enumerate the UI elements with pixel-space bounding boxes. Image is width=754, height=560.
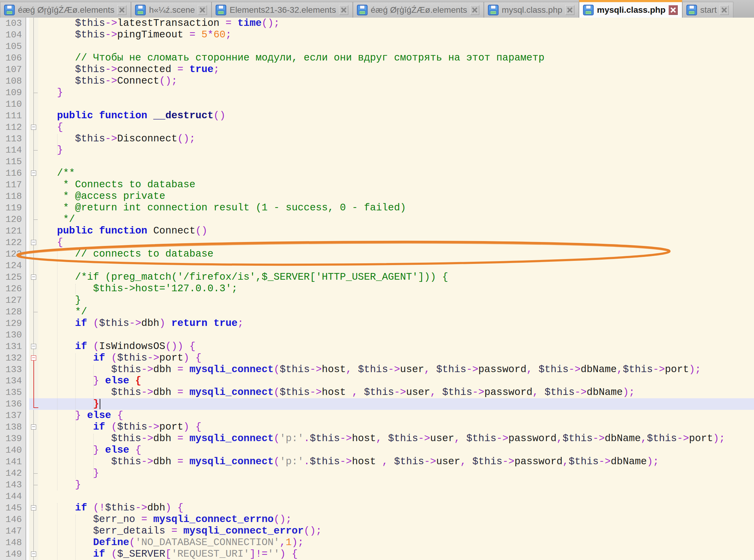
fold-toggle-box[interactable]	[31, 344, 36, 349]
code-token: )	[165, 502, 171, 514]
tab-close-button[interactable]	[470, 5, 479, 15]
code-line-118[interactable]: * @access private	[39, 191, 165, 202]
code-token: ->	[147, 421, 160, 433]
code-token: mysqli_connect	[189, 387, 273, 398]
code-line-119[interactable]: * @return int connection result (1 - suc…	[39, 202, 406, 214]
code-token: ,	[563, 456, 569, 467]
code-token: ->	[388, 364, 400, 375]
fold-toggle-box[interactable]	[31, 552, 36, 557]
line-number: 110	[0, 99, 22, 110]
fold-toggle-box[interactable]	[31, 505, 36, 511]
code-line-122[interactable]: {	[39, 237, 63, 248]
line-number: 108	[0, 75, 22, 87]
code-line-109[interactable]: }	[39, 87, 63, 99]
code-line-106[interactable]: // Чтобы не сломать сторонние модули, ес…	[39, 52, 544, 64]
code-line-149[interactable]: if ($_SERVER['REQUEST_URI']!='') {	[39, 548, 298, 560]
code-token	[129, 375, 135, 386]
code-token	[183, 456, 189, 467]
code-line-146[interactable]: $err_no = mysqli_connect_errno();	[39, 514, 292, 525]
code-token	[39, 75, 75, 87]
tab-active-5[interactable]: mysqli.class.php	[579, 0, 682, 18]
code-token: $this	[545, 387, 575, 398]
code-token: $this	[111, 387, 141, 398]
fold-toggle-box[interactable]	[31, 424, 36, 429]
code-token: $this	[75, 133, 105, 144]
code-line-129[interactable]: if ($this->dbh) return true;	[39, 318, 243, 329]
code-line-148[interactable]: Define('NO_DATABASE_CONNECTION',1);	[39, 537, 304, 548]
code-line-137[interactable]: } else {	[39, 410, 123, 421]
fold-toggle-box[interactable]	[31, 171, 36, 176]
code-line-114[interactable]: }	[39, 144, 63, 156]
code-token: time	[238, 18, 262, 29]
close-x-icon	[119, 7, 125, 13]
code-token: $this	[310, 433, 340, 444]
code-line-123[interactable]: // connects to database	[39, 248, 213, 260]
code-line-104[interactable]: $this->pingTimeout = 5*60;	[39, 29, 231, 41]
code-line-126[interactable]: $this->host='127.0.0.3';	[39, 283, 238, 295]
fold-toggle-box[interactable]	[31, 355, 36, 361]
code-line-133[interactable]: $this->dbh = mysqli_connect($this->host,…	[39, 364, 701, 376]
code-token: ->	[105, 18, 117, 29]
fold-toggle-box[interactable]	[31, 125, 36, 130]
tab-close-button[interactable]	[669, 5, 678, 15]
code-line-107[interactable]: $this->connected = true;	[39, 64, 220, 75]
code-line-134[interactable]: } else {	[39, 375, 141, 387]
code-line-145[interactable]: if (!$this->dbh) {	[39, 502, 183, 514]
code-line-139[interactable]: $this->dbh = mysqli_connect('p:'.$this->…	[39, 433, 725, 444]
tab-close-button[interactable]	[339, 5, 348, 15]
code-line-108[interactable]: $this->Connect();	[39, 75, 178, 87]
code-line-128[interactable]: */	[39, 306, 87, 318]
fold-toggle-box[interactable]	[31, 240, 36, 245]
code-line-116[interactable]: /**	[39, 167, 75, 179]
code-line-121[interactable]: public function Connect()	[39, 225, 208, 237]
code-token	[171, 502, 178, 514]
code-line-112[interactable]: {	[39, 122, 63, 133]
code-token: $this	[111, 364, 141, 375]
tab-4[interactable]: mysql.class.php	[484, 2, 579, 18]
code-token	[183, 387, 189, 398]
tab-close-button[interactable]	[720, 5, 729, 15]
line-number: 144	[0, 491, 22, 502]
tab-0[interactable]: éæǵ ØŗģīǵŹÆø.elements	[0, 2, 131, 18]
code-line-120[interactable]: */	[39, 214, 75, 225]
code-token: );	[623, 387, 635, 398]
code-token: mysqli_connect_error	[183, 525, 304, 537]
code-line-136[interactable]: }	[39, 398, 99, 410]
code-token	[171, 64, 178, 75]
tab-close-button[interactable]	[565, 5, 574, 15]
code-token: port	[159, 352, 183, 364]
code-editor[interactable]: 103 $this->latestTransaction = time();10…	[0, 18, 754, 560]
code-line-147[interactable]: $err_details = mysqli_connect_error();	[39, 525, 322, 537]
code-token: if	[93, 548, 105, 560]
code-token: (	[111, 548, 117, 560]
code-line-140[interactable]: } else {	[39, 444, 141, 456]
code-line-127[interactable]: }	[39, 295, 81, 306]
code-token: true	[213, 318, 237, 329]
code-line-113[interactable]: $this->Disconnect();	[39, 133, 196, 145]
code-line-132[interactable]: if ($this->port) {	[39, 352, 202, 364]
tab-2[interactable]: Elements21-36-32.elements	[211, 2, 352, 18]
tab-1[interactable]: h«¼ź.scene	[131, 2, 211, 18]
code-line-111[interactable]: public function __destruct()	[39, 110, 225, 122]
tab-close-button[interactable]	[117, 5, 126, 15]
code-line-125[interactable]: /*if (preg_match('/firefox/is',$_SERVER[…	[39, 272, 448, 283]
code-token: mysqli_connect	[189, 364, 273, 375]
code-line-131[interactable]: if (IsWindowsOS()) {	[39, 341, 196, 352]
tab-3[interactable]: éæǵ ØŗģīǵŹÆø.elements	[353, 2, 484, 18]
code-line-135[interactable]: $this->dbh = mysqli_connect($this->host …	[39, 387, 635, 398]
code-line-142[interactable]: }	[39, 467, 99, 479]
code-line-117[interactable]: * Connects to database	[39, 179, 196, 191]
code-line-141[interactable]: $this->dbh = mysqli_connect('p:'.$this->…	[39, 456, 659, 467]
code-token: $this	[111, 433, 141, 444]
code-token: )	[280, 548, 286, 560]
tab-6[interactable]: start	[682, 2, 733, 18]
code-token: port	[159, 421, 183, 433]
close-x-icon	[721, 7, 727, 13]
code-line-138[interactable]: if ($this->port) {	[39, 421, 202, 433]
code-token: =	[178, 433, 184, 444]
code-token	[39, 144, 57, 156]
code-line-143[interactable]: }	[39, 479, 81, 491]
fold-toggle-box[interactable]	[31, 275, 36, 280]
code-line-103[interactable]: $this->latestTransaction = time();	[39, 18, 280, 29]
tab-close-button[interactable]	[198, 5, 207, 15]
